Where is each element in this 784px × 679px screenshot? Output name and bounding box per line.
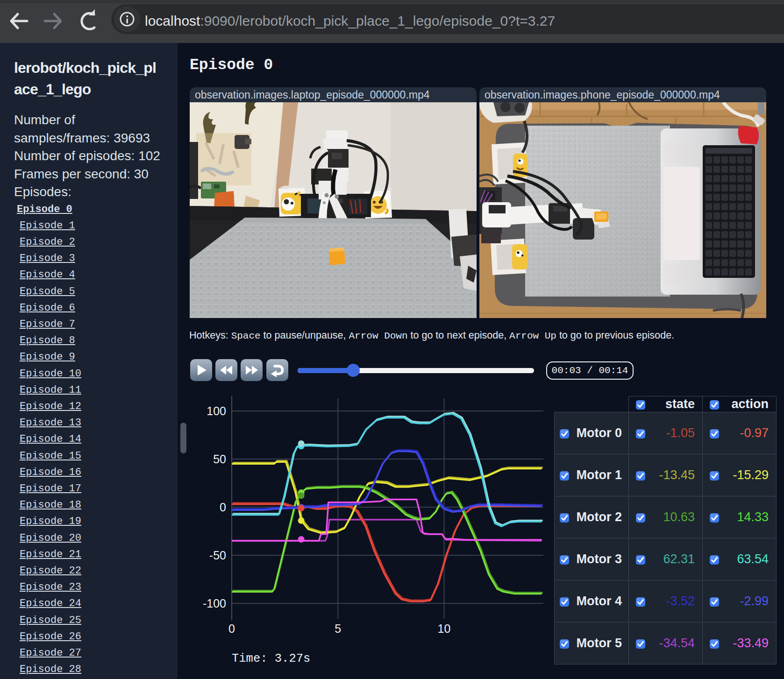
svg-text:10: 10 (438, 622, 451, 635)
svg-text:50: 50 (213, 453, 226, 466)
svg-text:5: 5 (335, 622, 341, 635)
svg-text:100: 100 (207, 404, 226, 417)
svg-text:0: 0 (228, 622, 235, 635)
svg-text:-100: -100 (203, 597, 226, 610)
svg-text:Time: 3.27s: Time: 3.27s (232, 652, 310, 665)
svg-text:-50: -50 (209, 549, 226, 562)
svg-text:0: 0 (220, 501, 226, 514)
